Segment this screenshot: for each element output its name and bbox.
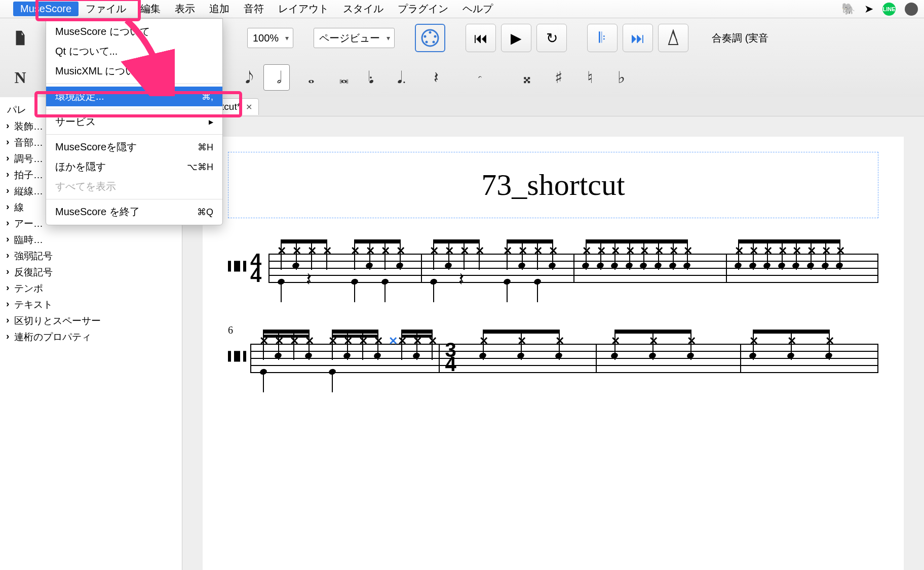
percussion-clef-icon: 𝄥𝄥 — [228, 344, 250, 373]
palette-item[interactable]: テキスト — [0, 297, 182, 313]
staff[interactable]: ✕✕✕✕𝄽✕✕✕✕✕✕✕✕𝄽✕✕✕✕✕✕✕✕✕✕✕✕✕✕✕✕✕✕✕✕ — [268, 254, 878, 283]
natural-button[interactable]: ♮ — [576, 64, 603, 91]
barline — [268, 254, 270, 283]
repeat-start-button[interactable]: 𝄆 — [587, 24, 618, 52]
user-icon[interactable] — [905, 3, 918, 16]
menu-edit[interactable]: 編集 — [133, 1, 168, 17]
stem-down — [433, 282, 434, 302]
menu-quit[interactable]: MuseScore を終了⌘Q — [46, 202, 222, 222]
score-title[interactable]: 73_shortcut — [244, 168, 863, 202]
barline — [573, 254, 574, 283]
stem-down — [281, 282, 282, 302]
barline — [596, 344, 597, 373]
staff[interactable]: 3 4 ✕ ✕✕✕✕✕✕✕✕✕✕✕✕✕✕✕✕✕✕✕✕ — [250, 344, 878, 373]
palette-item[interactable]: 強弱記号 — [0, 248, 182, 264]
view-combo[interactable]: ページビュー — [314, 28, 395, 48]
sharp-button[interactable]: ♯ — [545, 64, 571, 91]
note-breve-button[interactable]: 𝅜 — [326, 64, 353, 91]
midi-button[interactable] — [415, 24, 445, 52]
menu-notes[interactable]: 音符 — [237, 1, 271, 17]
menu-about-musicxml[interactable]: MusicXML について... — [46, 61, 222, 81]
note-whole-button[interactable]: 𝅝 — [295, 64, 321, 91]
menu-app[interactable]: MuseScore — [13, 2, 79, 16]
loop-button[interactable]: ↻ — [536, 24, 567, 52]
menu-layout[interactable]: レイアウト — [271, 1, 336, 17]
menu-file[interactable]: ファイル — [79, 1, 133, 17]
palette-item[interactable]: 連桁のプロパティ — [0, 329, 182, 345]
svg-point-5 — [433, 41, 435, 44]
menubar-tray: 🐘 ➤ LINE — [841, 3, 918, 16]
time-signature[interactable]: 3 4 — [445, 343, 463, 371]
play-to-end-button[interactable]: ⏭ — [623, 24, 653, 52]
palette-item[interactable]: 臨時… — [0, 232, 182, 248]
evernote-icon[interactable]: 🐘 — [841, 3, 855, 16]
staff-system-1[interactable]: 𝄥𝄥 4 4 ✕✕✕✕𝄽✕✕✕✕✕✕✕✕𝄽✕✕✕✕✕✕✕✕✕✕✕✕✕✕✕✕✕✕✕… — [228, 254, 878, 283]
menu-about-musescore[interactable]: MuseScore について — [46, 22, 222, 42]
time-signature[interactable]: 4 4 — [250, 254, 268, 283]
concert-pitch-label[interactable]: 合奏調 (実音 — [712, 31, 768, 45]
palette-item[interactable]: 区切りとスペーサー — [0, 313, 182, 329]
menu-hide-musescore[interactable]: MuseScoreを隠す⌘H — [46, 137, 222, 157]
barline — [877, 254, 878, 283]
menu-show-all: すべてを表示 — [46, 177, 222, 196]
menu-hide-others[interactable]: ほかを隠す⌥⌘H — [46, 157, 222, 177]
note-double-dot-button[interactable]: 𝅘𝅥‥ — [389, 64, 415, 91]
rest-button[interactable]: 𝄽 — [420, 64, 447, 91]
play-button[interactable]: ▶ — [501, 24, 531, 52]
note-input-button[interactable]: N — [7, 64, 33, 91]
note-half-button[interactable]: 𝅗𝅥 — [263, 64, 290, 91]
menu-preferences-label: 環境設定... — [55, 90, 104, 103]
new-file-button[interactable] — [7, 25, 33, 51]
stem-down — [537, 282, 538, 302]
menu-preferences[interactable]: 環境設定...⌘, — [46, 87, 222, 106]
zoom-value: 100% — [253, 32, 279, 44]
svg-point-2 — [424, 35, 427, 38]
mac-menubar: MuseScore ファイル 編集 表示 追加 音符 レイアウト スタイル プラ… — [0, 0, 924, 18]
stem-down — [332, 372, 333, 392]
menu-about-qt[interactable]: Qt について... — [46, 42, 222, 61]
score-page: 73_shortcut 𝄥𝄥 4 4 ✕✕✕✕𝄽✕✕✕✕✕✕✕✕𝄽✕✕✕✕✕✕ — [203, 137, 904, 570]
zoom-combo[interactable]: 100% — [247, 28, 293, 48]
barline — [439, 344, 440, 373]
staff-system-2[interactable]: 6 𝄥𝄥 3 4 ✕ ✕✕✕✕✕✕✕✕✕✕✕✕✕✕✕✕✕✕✕✕ — [228, 344, 878, 373]
note-dot-button[interactable]: 𝅘𝅥· — [358, 64, 384, 91]
double-sharp-button[interactable]: 𝄪 — [514, 64, 540, 91]
svg-point-1 — [429, 31, 432, 34]
title-frame[interactable]: 73_shortcut — [228, 152, 878, 218]
note-8th-button[interactable]: 𝅘𝅥𝅮 — [232, 64, 258, 91]
menu-about-qt-label: Qt について... — [55, 45, 118, 58]
flow-icon[interactable]: ➤ — [864, 3, 873, 16]
timesig-bot: 4 — [250, 268, 261, 282]
svg-point-3 — [434, 35, 437, 38]
staff-lines — [250, 344, 878, 373]
menu-hide-musescore-label: MuseScoreを隠す — [55, 140, 137, 154]
tie-button[interactable]: 𝆣 — [467, 64, 493, 91]
flat-button[interactable]: ♭ — [608, 64, 634, 91]
stem-down — [507, 282, 508, 302]
menu-help[interactable]: ヘルプ — [455, 1, 500, 17]
palette-item[interactable]: テンポ — [0, 280, 182, 297]
measure-number: 6 — [228, 324, 233, 336]
score-canvas[interactable]: 73_shortcut 𝄥𝄥 4 4 ✕✕✕✕𝄽✕✕✕✕✕✕✕✕𝄽✕✕✕✕✕✕ — [182, 116, 924, 570]
metronome-button[interactable] — [658, 24, 688, 52]
close-tab-icon[interactable]: ✕ — [246, 102, 252, 112]
menu-services-label: サービス — [55, 115, 96, 129]
menu-hide-others-shortcut: ⌥⌘H — [187, 161, 213, 173]
barline — [726, 254, 727, 283]
palette-item[interactable]: 反復記号 — [0, 264, 182, 280]
stem-down — [354, 282, 355, 302]
menu-hide-others-label: ほかを隠す — [55, 160, 106, 174]
view-value: ページビュー — [319, 31, 380, 45]
menu-plugins[interactable]: プラグイン — [391, 1, 455, 17]
stem-down — [384, 282, 386, 302]
menu-style[interactable]: スタイル — [336, 1, 391, 17]
timesig-bot: 4 — [445, 357, 456, 371]
selected-note[interactable]: ✕ — [389, 335, 398, 348]
menu-services[interactable]: サービス — [46, 112, 222, 132]
menu-preferences-shortcut: ⌘, — [202, 91, 213, 102]
rewind-button[interactable]: ⏮ — [466, 24, 496, 52]
line-icon[interactable]: LINE — [882, 3, 896, 16]
menu-separator — [46, 199, 222, 199]
menu-view[interactable]: 表示 — [168, 1, 202, 17]
menu-add[interactable]: 追加 — [202, 1, 237, 17]
